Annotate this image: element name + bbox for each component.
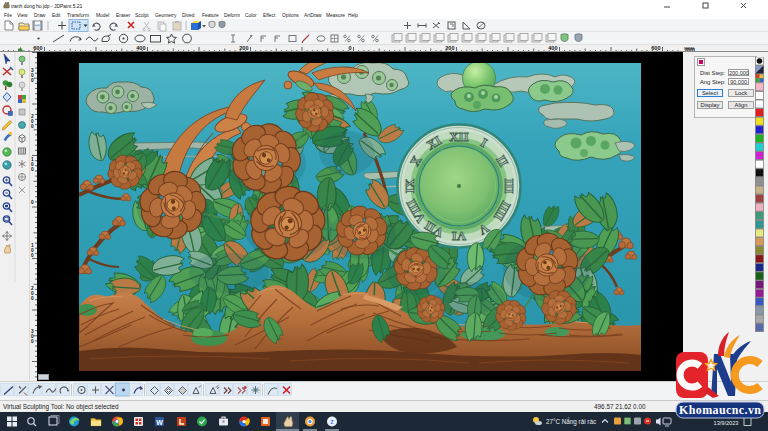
svg-text:0: 0 [31,339,34,344]
svg-text:400: 400 [548,45,557,51]
svg-text:IX: IX [402,178,417,193]
svg-text:200: 200 [445,45,454,51]
svg-text:0: 0 [31,78,34,83]
svg-text:600: 600 [33,45,42,51]
svg-text:27°C Nắng rải rác: 27°C Nắng rải rác [546,417,596,426]
svg-text:VI: VI [452,229,466,244]
svg-text:0: 0 [31,253,34,258]
svg-text:III: III [502,178,517,193]
svg-text:Z: Z [330,419,333,425]
svg-text:13/9/2023: 13/9/2023 [714,420,739,426]
svg-text:0: 0 [31,200,34,205]
svg-text:0: 0 [348,45,351,51]
svg-text:400: 400 [136,45,145,51]
svg-text:XII: XII [449,129,469,144]
svg-text:W: W [156,419,163,426]
svg-text:600: 600 [651,45,660,51]
svg-text:0: 0 [31,124,34,129]
svg-text:0: 0 [31,167,34,172]
svg-text:0: 0 [31,296,34,301]
svg-text:200: 200 [239,45,248,51]
svg-text:Khomaucnc.vn: Khomaucnc.vn [679,403,761,417]
